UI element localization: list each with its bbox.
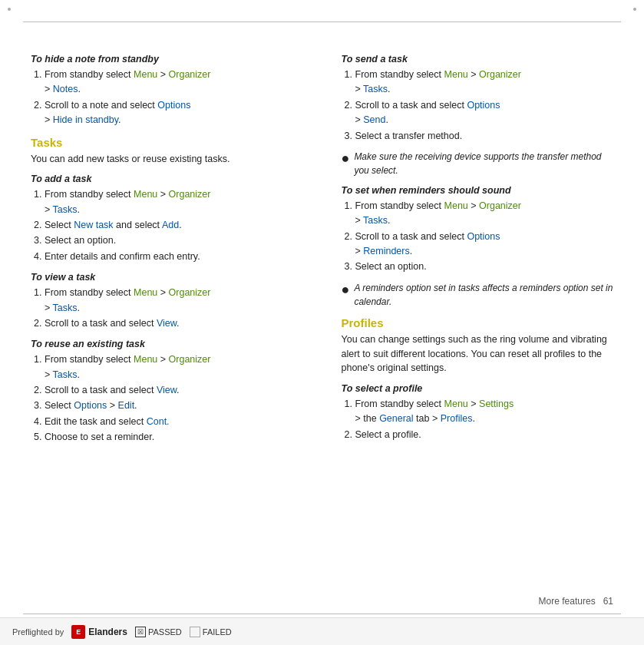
send-link: Send	[363, 114, 385, 125]
right-column: To send a task From standby select Menu …	[334, 46, 614, 450]
view-task-title: To view a task	[31, 272, 303, 283]
options-link: Options	[467, 100, 500, 111]
options-link: Options	[74, 400, 107, 411]
note-block-2: ● A reminders option set in tasks affect…	[342, 281, 614, 309]
add-task-steps: From standby select Menu > Organizer> Ta…	[31, 187, 303, 264]
tasks-link: Tasks	[53, 369, 78, 380]
note-block-1: ● Make sure the receiving device support…	[342, 150, 614, 177]
list-item: Select a transfer method.	[355, 129, 614, 144]
organizer-link: Organizer	[169, 189, 211, 200]
notes-link: Notes	[53, 84, 78, 94]
list-item: Edit the task and select Cont.	[45, 415, 303, 429]
menu-link: Menu	[444, 69, 468, 80]
list-item: Scroll to a task and select View.	[45, 316, 303, 331]
organizer-link: Organizer	[169, 69, 211, 80]
failed-box	[190, 627, 200, 637]
elanders-name: Elanders	[88, 627, 127, 637]
top-rule	[23, 22, 621, 22]
reminders-link: Reminders	[363, 246, 409, 256]
general-link: General	[379, 413, 413, 424]
section-label: More features	[539, 596, 596, 607]
list-item: Scroll to a task and select Options> Rem…	[355, 230, 614, 260]
reminder-steps: From standby select Menu > Organizer> Ta…	[342, 199, 614, 275]
menu-link: Menu	[134, 354, 157, 365]
note-text-2: A reminders option set in tasks affects …	[354, 281, 613, 309]
list-item: From standby select Menu > Settings> the…	[355, 397, 614, 427]
cont-link: Cont.	[147, 416, 170, 427]
hide-note-steps: From standby select Menu > Organizer> No…	[31, 68, 303, 128]
menu-link: Menu	[444, 200, 468, 211]
elanders-logo: E Elanders	[71, 625, 127, 639]
tasks-link: Tasks	[53, 303, 78, 313]
footer-rule	[23, 614, 621, 614]
list-item: Select a profile.	[355, 428, 614, 442]
preflighted-label: Preflighted by	[12, 627, 64, 637]
view-link: View	[157, 318, 177, 329]
hide-note-title: To hide a note from standby	[31, 54, 303, 64]
add-link: Add	[162, 220, 179, 230]
failed-badge: FAILED	[190, 627, 232, 637]
new-task-link: New task	[74, 220, 113, 230]
reuse-task-steps: From standby select Menu > Organizer> Ta…	[31, 352, 303, 445]
hide-standby-link: Hide in standby	[53, 114, 118, 125]
menu-link: Menu	[134, 69, 157, 80]
settings-link: Settings	[479, 399, 514, 409]
list-item: From standby select Menu > Organizer> Ta…	[45, 286, 303, 316]
list-item: From standby select Menu > Organizer> Ta…	[355, 199, 614, 229]
profiles-link: Profiles	[441, 413, 473, 424]
edit-link: Edit	[118, 400, 135, 411]
tasks-link: Tasks	[363, 84, 388, 94]
list-item: From standby select Menu > Organizer> Ta…	[45, 352, 303, 382]
organizer-link: Organizer	[169, 354, 211, 365]
organizer-link: Organizer	[479, 200, 521, 211]
list-item: Scroll to a task and select View.	[45, 383, 303, 398]
note-icon-2: ●	[342, 283, 350, 296]
profiles-intro: You can change settings such as the ring…	[342, 332, 614, 375]
corner-mark-tr	[633, 8, 636, 11]
page-footer: More features 61	[539, 596, 613, 607]
elanders-icon: E	[71, 625, 85, 639]
list-item: Select an option.	[355, 260, 614, 274]
corner-mark-tl	[8, 8, 11, 11]
list-item: Choose to set a reminder.	[45, 430, 303, 445]
menu-link: Menu	[134, 189, 157, 200]
list-item: From standby select Menu > Organizer> No…	[45, 68, 303, 98]
options-link: Options	[467, 231, 500, 242]
options-link: Options	[157, 100, 190, 111]
note-icon-1: ●	[342, 151, 350, 165]
tasks-link: Tasks	[363, 215, 388, 226]
list-item: Scroll to a note and select Options> Hid…	[45, 98, 303, 128]
tasks-section-title: Tasks	[31, 136, 303, 149]
list-item: Select Options > Edit.	[45, 399, 303, 413]
passed-box: ☒	[135, 627, 146, 637]
tasks-intro: You can add new tasks or reuse existing …	[31, 152, 303, 167]
reminder-title: To set when reminders should sound	[342, 185, 614, 196]
profiles-section-title: Profiles	[342, 316, 614, 329]
organizer-link: Organizer	[479, 69, 521, 80]
tasks-link: Tasks	[53, 204, 78, 215]
list-item: From standby select Menu > Organizer> Ta…	[45, 187, 303, 217]
view-task-steps: From standby select Menu > Organizer> Ta…	[31, 286, 303, 331]
passed-badge: ☒ PASSED	[135, 627, 182, 637]
send-task-title: To send a task	[342, 54, 614, 64]
list-item: Scroll to a task and select Options> Sen…	[355, 98, 614, 128]
select-profile-title: To select a profile	[342, 383, 614, 394]
page-content: To hide a note from standby From standby…	[0, 0, 644, 465]
reuse-task-title: To reuse an existing task	[31, 339, 303, 349]
add-task-title: To add a task	[31, 174, 303, 184]
menu-link: Menu	[134, 287, 157, 298]
list-item: From standby select Menu > Organizer> Ta…	[355, 68, 614, 98]
view-link: View	[157, 385, 177, 395]
preflighted-bar: Preflighted by E Elanders ☒ PASSED FAILE…	[0, 617, 644, 645]
list-item: Select New task and select Add.	[45, 218, 303, 233]
organizer-link: Organizer	[169, 287, 211, 298]
list-item: Enter details and confirm each entry.	[45, 250, 303, 264]
list-item: Select an option.	[45, 233, 303, 248]
passed-label: PASSED	[148, 627, 182, 637]
page-number: 61	[603, 596, 613, 607]
failed-label: FAILED	[203, 627, 232, 637]
menu-link: Menu	[444, 399, 468, 409]
left-column: To hide a note from standby From standby…	[31, 46, 311, 450]
select-profile-steps: From standby select Menu > Settings> the…	[342, 397, 614, 442]
note-text-1: Make sure the receiving device supports …	[354, 150, 613, 177]
